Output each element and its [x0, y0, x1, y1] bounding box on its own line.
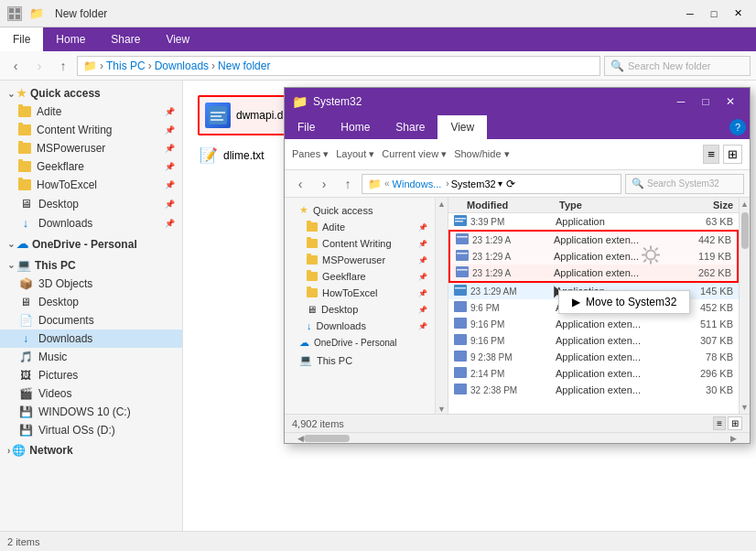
- table-row[interactable]: 9 2:38 PM Application exten... 78 KB: [448, 349, 739, 365]
- cell-modified: 9:16 PM: [470, 336, 552, 346]
- overlay-sidebar-howtoexcel[interactable]: HowToExcel 📌: [285, 285, 435, 301]
- maximize-button[interactable]: □: [703, 5, 725, 23]
- table-row[interactable]: 23 1:29 A Application exten... 442 KB: [450, 232, 737, 248]
- tab-file[interactable]: File: [0, 27, 43, 51]
- table-row[interactable]: 23 1:29 A Application exten... 262 KB: [450, 265, 737, 281]
- overlay-sidebar-geekflare[interactable]: Geekflare 📌: [285, 268, 435, 285]
- address-path[interactable]: 📁 › This PC › Downloads › New folder: [77, 56, 600, 76]
- overlay-sidebar-label: MSPoweruser: [322, 254, 385, 265]
- overlay-sidebar-desktop[interactable]: 🖥 Desktop 📌: [285, 301, 435, 318]
- overlay-maximize-button[interactable]: □: [694, 92, 718, 112]
- sidebar-item-mspoweruser[interactable]: MSPoweruser 📌: [0, 139, 182, 157]
- sidebar-item-pictures[interactable]: 🖼 Pictures: [0, 366, 182, 384]
- sidebar-item-videos[interactable]: 🎬 Videos: [0, 384, 182, 403]
- close-button[interactable]: ✕: [727, 5, 749, 23]
- list-view-btn[interactable]: ≡: [713, 416, 726, 430]
- detail-view-button[interactable]: ⊞: [723, 145, 742, 164]
- overlay-status-bar: 4,902 items ≡ ⊞: [285, 414, 750, 432]
- overlay-sidebar-quick-access[interactable]: ★ Quick access: [285, 201, 435, 219]
- overlay-sidebar-onedrive[interactable]: ☁ OneDrive - Personal: [285, 334, 435, 351]
- music-icon: 🎵: [18, 351, 33, 363]
- list-view-button[interactable]: ≡: [703, 145, 719, 164]
- overlay-sidebar-downloads[interactable]: ↓ Downloads 📌: [285, 318, 435, 334]
- sidebar-item-documents[interactable]: 📄 Documents: [0, 311, 182, 330]
- overlay-content: ★ Quick access Adite 📌 Content Writing 📌…: [285, 198, 750, 414]
- overlay-sidebar-content-writing[interactable]: Content Writing 📌: [285, 235, 435, 252]
- sidebar-item-3d-objects[interactable]: 📦 3D Objects: [0, 275, 182, 293]
- table-row[interactable]: 3:39 PM Application 63 KB: [448, 213, 739, 230]
- overlay-sidebar-mspoweruser[interactable]: MSPoweruser 📌: [285, 252, 435, 268]
- overlay-sidebar-label: HowToExcel: [322, 287, 378, 298]
- svg-rect-1: [16, 8, 20, 13]
- overlay-address-path[interactable]: 📁 « Windows... › System32 ▾ ⟳: [362, 174, 621, 194]
- tile-view-btn[interactable]: ⊞: [728, 416, 742, 430]
- breadcrumb-thispc[interactable]: This PC: [106, 59, 146, 72]
- table-row[interactable]: 23 1:29 A Application exten... 119 KB: [450, 248, 737, 265]
- svg-rect-14: [456, 250, 469, 261]
- sidebar-item-virtual-d[interactable]: 💾 Virtual OSs (D:): [0, 421, 182, 439]
- overlay-tab-view[interactable]: View: [437, 115, 487, 139]
- path-icon: 📁: [368, 178, 382, 190]
- tab-view[interactable]: View: [153, 27, 202, 51]
- sidebar-item-geekflare[interactable]: Geekflare 📌: [0, 157, 182, 176]
- onedrive-header[interactable]: ⌄ ☁ OneDrive - Personal: [0, 234, 182, 254]
- overlay-sidebar-this-pc[interactable]: 💻 This PC: [285, 351, 435, 369]
- sidebar-item-howtoexcel[interactable]: HowToExcel 📌: [0, 176, 182, 194]
- back-button[interactable]: ‹: [5, 56, 26, 76]
- current-view-options: Current view ▾: [382, 148, 447, 160]
- svg-rect-23: [454, 351, 467, 362]
- minimize-button[interactable]: ─: [679, 5, 701, 23]
- overlay-search-box[interactable]: 🔍 Search System32: [625, 174, 744, 194]
- overlay-close-button[interactable]: ✕: [718, 92, 742, 112]
- table-row[interactable]: 9:16 PM Application exten... 511 KB: [448, 316, 739, 332]
- folder-icon: [18, 179, 31, 190]
- network-header[interactable]: › 🌐 Network: [0, 441, 182, 459]
- overlay-sidebar-label: OneDrive - Personal: [314, 338, 397, 348]
- refresh-button-overlay[interactable]: ⟳: [506, 178, 515, 190]
- row4-container: 23 1:29 AM Application 145 KB: [448, 283, 739, 299]
- svg-rect-25: [454, 384, 467, 394]
- cell-size: 30 KB: [678, 384, 733, 395]
- table-row[interactable]: 32 2:38 PM Application exten... 30 KB: [448, 382, 739, 398]
- sidebar-item-desktop[interactable]: 🖥 Desktop 📌: [0, 194, 182, 213]
- scrollbar-vertical[interactable]: ▲ ▼: [739, 198, 750, 414]
- sidebar-item-music[interactable]: 🎵 Music: [0, 348, 182, 366]
- overlay-minimize-button[interactable]: ─: [669, 92, 693, 112]
- overlay-sidebar-label: Downloads: [317, 320, 366, 331]
- breadcrumb-downloads[interactable]: Downloads: [155, 59, 209, 72]
- table-row[interactable]: 2:14 PM Application exten... 296 KB: [448, 365, 739, 382]
- pin-icon: 📌: [165, 107, 175, 116]
- overlay-search-placeholder: Search System32: [647, 178, 719, 189]
- overlay-up-button[interactable]: ↑: [338, 174, 358, 194]
- this-pc-header[interactable]: ⌄ 💻 This PC: [0, 255, 182, 275]
- pin-icon: 📌: [418, 322, 427, 330]
- sidebar-item-content-writing[interactable]: Content Writing 📌: [0, 121, 182, 139]
- overlay-path-windows[interactable]: Windows...: [393, 178, 442, 189]
- sidebar-item-downloads-qa[interactable]: ↓ Downloads 📌: [0, 213, 182, 232]
- context-menu-move-to-system32[interactable]: ▶ Move to System32: [559, 291, 689, 313]
- overlay-sidebar-adite[interactable]: Adite 📌: [285, 219, 435, 235]
- downloads-icon: ↓: [307, 320, 312, 331]
- sidebar-item-downloads-pc[interactable]: ↓ Downloads: [0, 330, 182, 348]
- table-row[interactable]: 9:16 PM Application exten... 307 KB: [448, 332, 739, 349]
- overlay-back-button[interactable]: ‹: [290, 174, 310, 194]
- scrollbar-horizontal[interactable]: ◀ ▶: [285, 432, 750, 443]
- desktop-icon: 🖥: [307, 304, 317, 315]
- overlay-address-bar: ‹ › ↑ 📁 « Windows... › System32 ▾ ⟳ 🔍 Se…: [285, 170, 750, 198]
- sidebar-item-adite[interactable]: Adite 📌: [0, 103, 182, 121]
- help-button[interactable]: ?: [729, 119, 746, 135]
- overlay-forward-button[interactable]: ›: [314, 174, 334, 194]
- sidebar-item-desktop-pc[interactable]: 🖥 Desktop: [0, 293, 182, 311]
- this-pc-icon: 💻: [299, 354, 312, 366]
- overlay-tab-home[interactable]: Home: [328, 115, 383, 139]
- up-button[interactable]: ↑: [53, 56, 73, 76]
- overlay-tab-share[interactable]: Share: [383, 115, 437, 139]
- tab-home[interactable]: Home: [43, 27, 98, 51]
- quick-access-header[interactable]: ⌄ ★ Quick access: [0, 84, 182, 103]
- search-box[interactable]: 🔍 Search New folder: [604, 56, 751, 76]
- tab-share[interactable]: Share: [98, 27, 153, 51]
- sidebar-item-label: Content Writing: [37, 124, 112, 136]
- pin-icon: 📌: [165, 219, 175, 228]
- sidebar-item-windows-c[interactable]: 💾 WINDOWS 10 (C:): [0, 403, 182, 421]
- overlay-tab-file[interactable]: File: [285, 115, 328, 139]
